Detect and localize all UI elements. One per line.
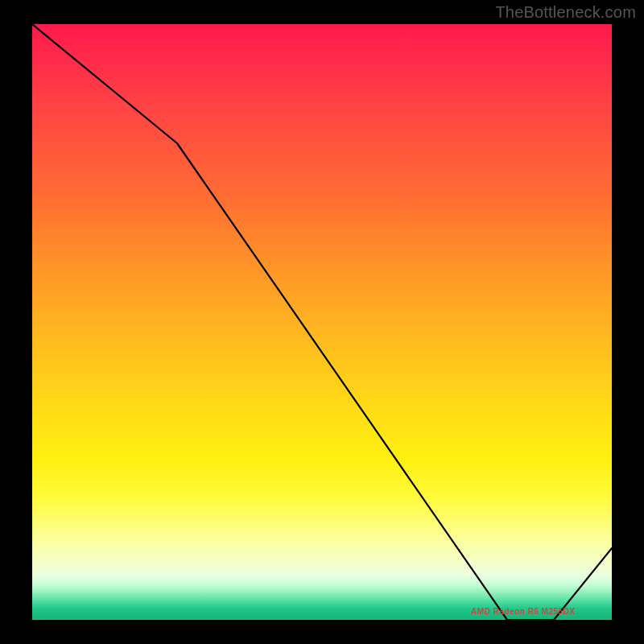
watermark-text: TheBottleneck.com (495, 3, 636, 22)
plot-area: AMD Radeon R6 M255DX (32, 24, 612, 620)
series-annotation: AMD Radeon R6 M255DX (471, 607, 575, 616)
line-curve (32, 24, 612, 620)
